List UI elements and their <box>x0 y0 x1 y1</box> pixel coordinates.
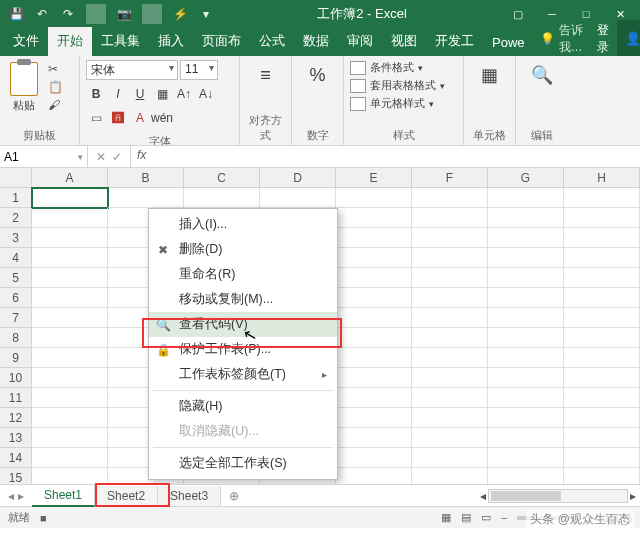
sheet-tab-1[interactable]: Sheet1 <box>32 485 95 507</box>
font-size-combo[interactable]: 11 <box>180 60 218 80</box>
cell[interactable] <box>412 328 488 348</box>
cell[interactable] <box>336 268 412 288</box>
cell[interactable] <box>488 288 564 308</box>
ctx-movecopy[interactable]: 移动或复制(M)... <box>149 287 337 312</box>
view-normal-icon[interactable]: ▦ <box>441 511 451 524</box>
cell[interactable] <box>32 188 108 208</box>
hscroll-left-icon[interactable]: ◂ <box>480 489 486 503</box>
new-sheet-button[interactable]: ⊕ <box>221 489 247 503</box>
name-box[interactable]: A1 <box>0 146 88 167</box>
view-layout-icon[interactable]: ▤ <box>461 511 471 524</box>
cell[interactable] <box>488 368 564 388</box>
row-header[interactable]: 2 <box>0 208 32 228</box>
cell[interactable] <box>564 448 640 468</box>
underline-button[interactable]: U <box>130 84 150 104</box>
cell[interactable] <box>564 288 640 308</box>
cell[interactable] <box>564 468 640 484</box>
number-button[interactable]: % <box>298 60 337 90</box>
cell[interactable] <box>564 408 640 428</box>
cell[interactable] <box>488 208 564 228</box>
cell[interactable] <box>488 348 564 368</box>
table-format-button[interactable]: 套用表格格式▾ <box>350 78 457 93</box>
cell[interactable] <box>184 188 260 208</box>
cell[interactable] <box>564 368 640 388</box>
row-header[interactable]: 7 <box>0 308 32 328</box>
paste-button[interactable]: 粘贴 <box>6 60 42 115</box>
hscroll-bar[interactable] <box>488 489 628 503</box>
cell[interactable] <box>412 368 488 388</box>
cell[interactable] <box>32 268 108 288</box>
col-header[interactable]: D <box>260 168 336 188</box>
cell[interactable] <box>564 328 640 348</box>
tab-layout[interactable]: 页面布 <box>193 27 250 56</box>
login-link[interactable]: 登录 <box>589 22 617 56</box>
cell[interactable] <box>564 428 640 448</box>
cell[interactable] <box>32 348 108 368</box>
row-header[interactable]: 11 <box>0 388 32 408</box>
cell[interactable] <box>488 328 564 348</box>
cell[interactable] <box>108 188 184 208</box>
tab-file[interactable]: 文件 <box>4 27 48 56</box>
border-more-button[interactable]: ▭ <box>86 108 106 128</box>
cell[interactable] <box>488 468 564 484</box>
cell[interactable] <box>412 268 488 288</box>
cell[interactable] <box>32 248 108 268</box>
row-header[interactable]: 6 <box>0 288 32 308</box>
col-header[interactable]: F <box>412 168 488 188</box>
cell[interactable] <box>336 348 412 368</box>
cell[interactable] <box>336 468 412 484</box>
ctx-rename[interactable]: 重命名(R) <box>149 262 337 287</box>
fx-button[interactable]: fx <box>131 146 152 167</box>
worksheet-area[interactable]: ABCDEFGH123456789101112131415 插入(I)... ✖… <box>0 168 640 484</box>
ctx-selectall[interactable]: 选定全部工作表(S) <box>149 451 337 476</box>
cell[interactable] <box>32 428 108 448</box>
tab-home[interactable]: 开始 <box>48 27 92 56</box>
ctx-insert[interactable]: 插入(I)... <box>149 212 337 237</box>
cell[interactable] <box>412 468 488 484</box>
copy-icon[interactable]: 📋 <box>48 80 63 94</box>
cell[interactable] <box>336 308 412 328</box>
row-header[interactable]: 10 <box>0 368 32 388</box>
cell[interactable] <box>564 208 640 228</box>
shrink-font-button[interactable]: A↓ <box>196 84 216 104</box>
cells-button[interactable]: ▦ <box>470 60 509 90</box>
cell[interactable] <box>412 428 488 448</box>
bold-button[interactable]: B <box>86 84 106 104</box>
cell[interactable] <box>32 388 108 408</box>
cell[interactable] <box>488 388 564 408</box>
cell[interactable] <box>336 408 412 428</box>
col-header[interactable]: A <box>32 168 108 188</box>
cell[interactable] <box>336 188 412 208</box>
row-header[interactable]: 3 <box>0 228 32 248</box>
row-header[interactable]: 13 <box>0 428 32 448</box>
row-header[interactable]: 9 <box>0 348 32 368</box>
col-header[interactable]: G <box>488 168 564 188</box>
cell[interactable] <box>336 208 412 228</box>
row-header[interactable]: 1 <box>0 188 32 208</box>
ctx-tabcolor[interactable]: 工作表标签颜色(T)▸ <box>149 362 337 387</box>
tab-view[interactable]: 视图 <box>382 27 426 56</box>
cell[interactable] <box>564 308 640 328</box>
cell[interactable] <box>260 188 336 208</box>
share-button[interactable]: 👤共享 <box>617 20 640 56</box>
tab-tools[interactable]: 工具集 <box>92 27 149 56</box>
camera-icon[interactable]: 📷 <box>114 4 134 24</box>
col-header[interactable]: C <box>184 168 260 188</box>
qat-more-icon[interactable]: ▾ <box>196 4 216 24</box>
cell[interactable] <box>488 228 564 248</box>
cell[interactable] <box>488 428 564 448</box>
tab-formula[interactable]: 公式 <box>250 27 294 56</box>
tab-insert[interactable]: 插入 <box>149 27 193 56</box>
view-break-icon[interactable]: ▭ <box>481 511 491 524</box>
cell[interactable] <box>336 428 412 448</box>
cell[interactable] <box>488 188 564 208</box>
cell[interactable] <box>488 248 564 268</box>
sheet-next-icon[interactable]: ▸ <box>18 489 24 503</box>
fill-color-button[interactable]: 🅰 <box>108 108 128 128</box>
row-header[interactable]: 15 <box>0 468 32 484</box>
cell[interactable] <box>336 448 412 468</box>
cell[interactable] <box>32 368 108 388</box>
cell[interactable] <box>412 288 488 308</box>
tell-me[interactable]: 💡告诉我… <box>534 22 589 56</box>
grow-font-button[interactable]: A↑ <box>174 84 194 104</box>
